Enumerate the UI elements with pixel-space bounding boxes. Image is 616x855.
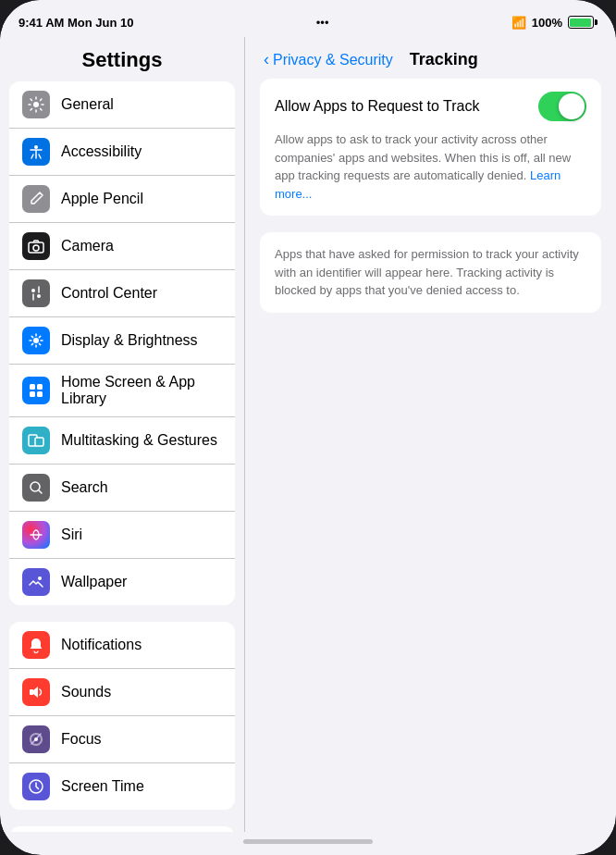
tracking-apps-section: Apps that have asked for permission to t… (260, 232, 601, 313)
status-bar: 9:41 AM Mon Jun 10 ••• 📶 100% (0, 0, 616, 37)
tracking-description-1: Allow apps to ask to track your activity… (275, 130, 586, 203)
siri-label: Siri (61, 527, 82, 543)
sidebar-item-multitask[interactable]: Multitasking & Gestures (9, 417, 235, 465)
sidebar-title: Settings (0, 37, 244, 81)
detail-title: Tracking (410, 50, 478, 69)
svg-point-5 (37, 294, 41, 298)
home-indicator (243, 839, 373, 844)
sidebar-item-accessibility[interactable]: Accessibility (9, 129, 235, 176)
display-icon (22, 327, 50, 354)
sidebar-item-screentime[interactable]: Screen Time (9, 763, 235, 810)
svg-point-6 (33, 338, 39, 343)
sidebar: Settings General Accessibility (0, 37, 245, 832)
detail-header: ‹ Privacy & Security Tracking (245, 37, 616, 79)
svg-point-0 (33, 102, 39, 107)
wifi-icon: 📶 (511, 16, 526, 30)
toggle-knob (559, 93, 585, 119)
wallpaper-label: Wallpaper (61, 574, 127, 590)
sidebar-item-general[interactable]: General (9, 81, 235, 129)
back-label: Privacy & Security (273, 52, 393, 68)
notifications-icon (22, 631, 50, 659)
sidebar-item-focus[interactable]: Focus (9, 716, 235, 763)
back-button[interactable]: ‹ Privacy & Security (264, 50, 393, 69)
accessibility-icon (22, 138, 50, 166)
screentime-icon (22, 773, 50, 800)
sidebar-item-camera[interactable]: Camera (9, 223, 235, 270)
sidebar-item-pencil[interactable]: Apple Pencil (9, 176, 235, 223)
general-icon (22, 91, 50, 118)
svg-point-3 (33, 245, 39, 251)
wallpaper-icon (22, 568, 50, 596)
svg-point-1 (34, 145, 38, 149)
sidebar-item-control[interactable]: Control Center (9, 270, 235, 317)
camera-label: Camera (61, 238, 114, 254)
svg-rect-12 (35, 438, 43, 446)
focus-icon (22, 725, 50, 753)
notifications-label: Notifications (61, 637, 142, 653)
sidebar-item-notifications[interactable]: Notifications (9, 622, 235, 669)
sounds-icon (22, 678, 50, 706)
display-label: Display & Brightness (61, 332, 198, 349)
svg-point-15 (38, 576, 42, 580)
search-label: Search (61, 479, 108, 496)
homescreen-icon (22, 377, 50, 404)
screentime-label: Screen Time (61, 778, 144, 795)
sidebar-item-faceid[interactable]: Face ID & Passcode (9, 826, 235, 832)
svg-rect-10 (37, 391, 43, 397)
sidebar-item-search[interactable]: Search (9, 465, 235, 512)
focus-label: Focus (61, 731, 102, 748)
camera-icon (22, 232, 50, 260)
multitask-label: Multitasking & Gestures (61, 432, 217, 449)
svg-rect-16 (30, 689, 33, 695)
sidebar-item-wallpaper[interactable]: Wallpaper (9, 559, 235, 605)
pencil-label: Apple Pencil (61, 191, 143, 207)
allow-tracking-toggle[interactable] (538, 92, 586, 121)
accessibility-label: Accessibility (61, 143, 142, 160)
sidebar-section-1: General Accessibility Apple Pencil (9, 81, 235, 605)
general-label: General (61, 96, 114, 113)
svg-rect-9 (30, 391, 35, 397)
tracking-toggle-section: Allow Apps to Request to Track Allow app… (260, 79, 601, 216)
sidebar-item-siri[interactable]: Siri (9, 512, 235, 559)
homescreen-label: Home Screen & App Library (61, 374, 222, 407)
sidebar-section-2: Notifications Sounds Focus (9, 622, 235, 810)
back-chevron-icon: ‹ (264, 50, 269, 69)
svg-point-17 (34, 737, 38, 741)
status-time: 9:41 AM Mon Jun 10 (18, 16, 134, 30)
battery-icon (568, 16, 598, 29)
toggle-label: Allow Apps to Request to Track (275, 98, 479, 115)
battery-percent: 100% (532, 16, 562, 30)
multitask-icon (22, 427, 50, 454)
svg-rect-8 (37, 384, 43, 390)
tracking-description-2: Apps that have asked for permission to t… (275, 245, 586, 300)
status-dots: ••• (316, 16, 329, 30)
detail-pane: ‹ Privacy & Security Tracking Allow Apps… (245, 37, 616, 832)
svg-rect-7 (30, 384, 35, 390)
sounds-label: Sounds (61, 684, 111, 700)
sidebar-section-3: Face ID & Passcode Privacy & Security (9, 826, 235, 832)
siri-icon (22, 521, 50, 549)
control-label: Control Center (61, 285, 157, 302)
pencil-icon (22, 185, 50, 213)
sidebar-item-homescreen[interactable]: Home Screen & App Library (9, 365, 235, 417)
sidebar-item-sounds[interactable]: Sounds (9, 669, 235, 716)
status-icons: 📶 100% (511, 16, 598, 30)
control-icon (22, 279, 50, 307)
search-icon (22, 474, 50, 502)
svg-point-4 (31, 289, 35, 292)
sidebar-item-display[interactable]: Display & Brightness (9, 317, 235, 365)
